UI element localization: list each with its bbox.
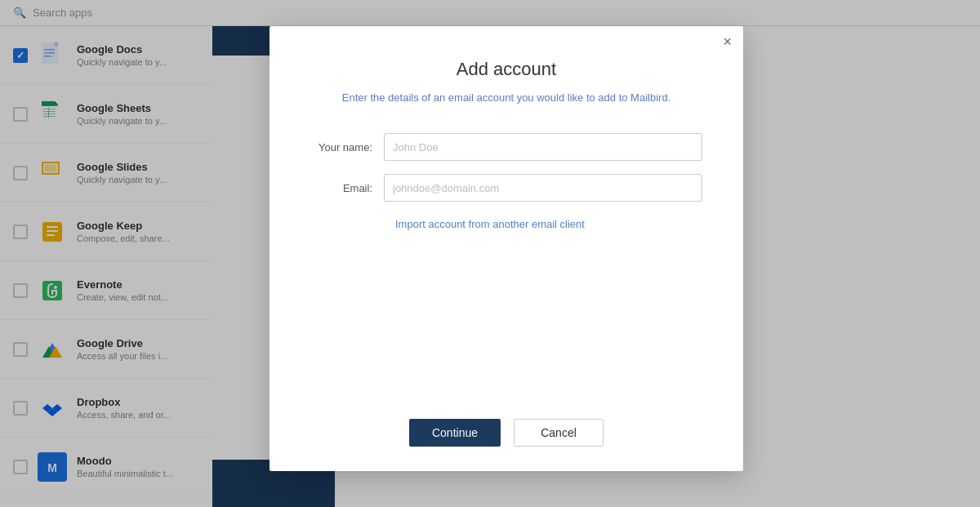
email-input[interactable]: [384, 174, 702, 202]
name-field-row: Your name:: [310, 133, 702, 161]
add-account-dialog: × Add account Enter the details of an em…: [270, 26, 743, 471]
name-label: Your name:: [310, 141, 384, 153]
import-account-link[interactable]: Import account from another email client: [395, 218, 585, 230]
dialog-subtitle: Enter the details of an email account yo…: [342, 91, 671, 104]
dialog-title: Add account: [457, 59, 556, 80]
dialog-close-button[interactable]: ×: [723, 34, 732, 49]
email-label: Email:: [310, 182, 384, 194]
email-field-row: Email:: [310, 174, 702, 202]
name-input[interactable]: [384, 133, 702, 161]
dialog-body: Add account Enter the details of an emai…: [270, 26, 743, 402]
dialog-footer: Continue Cancel: [270, 402, 743, 471]
continue-button[interactable]: Continue: [409, 419, 501, 447]
cancel-button[interactable]: Cancel: [514, 419, 604, 447]
